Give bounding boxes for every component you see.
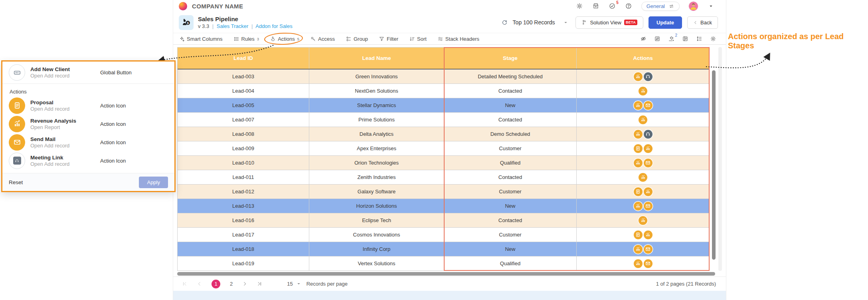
send-mail-action-icon[interactable]	[644, 202, 652, 211]
revenue-analysis-action-icon[interactable]	[634, 245, 643, 254]
send-mail-action-icon[interactable]	[644, 259, 652, 268]
page-1-button[interactable]: 1	[212, 280, 220, 288]
environment-switcher[interactable]: General	[641, 2, 680, 11]
horizontal-scrollbar[interactable]	[177, 272, 715, 276]
company-name: COMPANY NAME	[192, 3, 243, 10]
record-summary-icon[interactable]	[682, 36, 688, 42]
solution-view-button[interactable]: Solution View BETA	[575, 16, 643, 29]
table-row[interactable]: Lead-017Cosmos InnovationsCustomer	[178, 228, 709, 242]
send-mail-action-icon[interactable]	[644, 159, 652, 167]
settings-icon[interactable]	[576, 2, 583, 10]
action-item-proposal[interactable]: Proposal Open Add record Action Icon	[2, 96, 174, 115]
revenue-analysis-action-icon[interactable]	[639, 115, 647, 124]
table-row[interactable]: Lead-007Prime SolutionsContacted	[178, 113, 709, 127]
rules-count: 3	[257, 37, 259, 41]
vertical-scrollbar[interactable]	[712, 70, 716, 260]
profile-caret-icon[interactable]	[707, 2, 715, 10]
table-row[interactable]: Lead-011Zenith IndustriesContacted	[178, 170, 709, 185]
send-mail-action-icon[interactable]	[644, 245, 652, 254]
toolbar-item-sort[interactable]: Sort	[409, 36, 427, 42]
action-item-revenue-analysis[interactable]: Revenue Analysis Open Report Action Icon	[2, 115, 174, 133]
tasks-icon[interactable]: 5	[609, 2, 616, 10]
toolbar-item-stack-headers[interactable]: Stack Headers	[437, 36, 479, 42]
mail-icon	[9, 134, 25, 151]
update-button[interactable]: Update	[649, 16, 682, 29]
serial-number-icon[interactable]	[654, 36, 660, 42]
column-header-lead-id[interactable]: Lead ID	[178, 48, 309, 69]
table-row[interactable]: Lead-012Galaxy SoftwareCustomer	[178, 185, 709, 199]
help-icon[interactable]	[625, 2, 633, 10]
apply-button[interactable]: Apply	[139, 177, 168, 188]
app-window: COMPANY NAME 5 General	[173, 0, 726, 300]
solution-icon	[581, 20, 587, 25]
cell-actions	[577, 185, 709, 199]
table-row[interactable]: Lead-003Green InnovationsDetailed Meetin…	[178, 70, 709, 84]
revenue-analysis-action-icon[interactable]	[639, 87, 647, 95]
table-row[interactable]: Lead-013Horizon SolutionsNew	[178, 199, 709, 213]
row-height-icon[interactable]	[696, 36, 702, 42]
proposal-action-icon[interactable]	[634, 187, 643, 196]
proposal-action-icon[interactable]	[634, 144, 643, 153]
last-page-icon[interactable]	[257, 281, 262, 286]
color-fill-icon[interactable]: 2	[668, 36, 674, 42]
separator: |	[251, 23, 253, 29]
send-mail-action-icon[interactable]	[644, 101, 652, 110]
column-header-actions[interactable]: Actions	[577, 48, 709, 69]
revenue-analysis-action-icon[interactable]	[634, 130, 643, 139]
records-scope-dropdown[interactable]: Top 100 Records	[513, 19, 568, 26]
table-row[interactable]: Lead-019Vertex SolutionsQualified	[178, 256, 709, 271]
table-row[interactable]: Lead-010Orion TechnologiesQualified	[178, 156, 709, 170]
back-button[interactable]: Back	[687, 16, 718, 29]
revenue-analysis-action-icon[interactable]	[634, 101, 643, 110]
next-page-icon[interactable]	[242, 281, 247, 286]
revenue-analysis-action-icon[interactable]	[644, 187, 652, 196]
actions-section-label: Actions	[2, 84, 174, 96]
table-row[interactable]: Lead-009Apex EnterprisesCustomer	[178, 141, 709, 156]
revenue-analysis-action-icon[interactable]	[634, 202, 643, 211]
toolbar-item-group[interactable]: Group	[346, 36, 368, 42]
color-fill-count: 2	[675, 33, 677, 38]
revenue-analysis-action-icon[interactable]	[639, 216, 647, 225]
table-row[interactable]: Lead-005Stellar DynamicsNew	[178, 98, 709, 113]
refresh-icon[interactable]	[501, 19, 508, 26]
proposal-action-icon[interactable]	[634, 230, 643, 239]
revenue-analysis-action-icon[interactable]	[644, 230, 652, 239]
cell-actions	[577, 170, 709, 185]
page-size-dropdown[interactable]: 15	[287, 281, 301, 287]
revenue-analysis-action-icon[interactable]	[634, 72, 643, 81]
view-settings-icon[interactable]	[710, 36, 716, 42]
table-row[interactable]: Lead-008Delta AnalyticsDemo Scheduled	[178, 127, 709, 141]
action-item-send-mail[interactable]: Send Mail Open Add record Action Icon	[2, 133, 174, 151]
column-header-lead-name[interactable]: Lead Name	[309, 48, 444, 69]
page-2-button[interactable]: 2	[230, 281, 233, 287]
page-size-value: 15	[287, 281, 293, 287]
page-title: Sales Pipeline	[198, 16, 293, 22]
table-row[interactable]: Lead-004NextGen SolutionsContacted	[178, 84, 709, 98]
toolbar-item-smart-columns[interactable]: Smart Columns	[179, 36, 223, 42]
action-item-meeting-link[interactable]: Meeting Link Open Add record Action Icon	[2, 151, 174, 170]
marketplace-icon[interactable]	[592, 2, 600, 10]
global-button-item[interactable]: Add New Client Open Add record Global Bu…	[2, 62, 174, 84]
table-row[interactable]: Lead-016Eclipse TechContacted	[178, 213, 709, 228]
column-header-stage[interactable]: Stage	[444, 48, 577, 69]
meeting-link-action-icon[interactable]	[644, 72, 652, 81]
toolbar-item-actions[interactable]: Actions5	[270, 36, 299, 42]
revenue-analysis-action-icon[interactable]	[644, 144, 652, 153]
toolbar-item-rules[interactable]: Rules3	[233, 36, 259, 42]
revenue-analysis-action-icon[interactable]	[639, 173, 647, 182]
first-page-icon[interactable]	[182, 281, 187, 286]
eye-off-icon[interactable]	[640, 36, 647, 42]
avatar[interactable]	[688, 1, 698, 11]
revenue-analysis-action-icon[interactable]	[634, 159, 643, 167]
reset-button[interactable]: Reset	[9, 179, 23, 185]
revenue-analysis-action-icon[interactable]	[634, 259, 643, 268]
table-row[interactable]: Lead-018Infinity CorpNew	[178, 242, 709, 256]
addon-for-sales-link[interactable]: Addon for Sales	[255, 23, 293, 29]
previous-page-icon[interactable]	[197, 281, 202, 286]
company-logo-icon	[179, 2, 187, 10]
toolbar-item-access[interactable]: Access	[310, 36, 335, 42]
sales-tracker-link[interactable]: Sales Tracker	[217, 23, 248, 29]
toolbar-item-filter[interactable]: Filter	[379, 36, 398, 42]
meeting-link-action-icon[interactable]	[644, 130, 652, 139]
cell-lead-name: Prime Solutions	[309, 113, 444, 127]
